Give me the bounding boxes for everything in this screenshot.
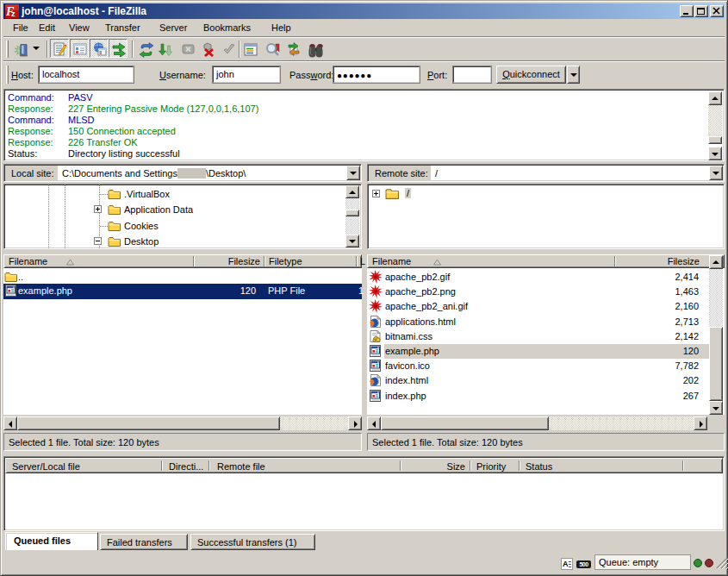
svg-text:z: z [11, 9, 16, 18]
